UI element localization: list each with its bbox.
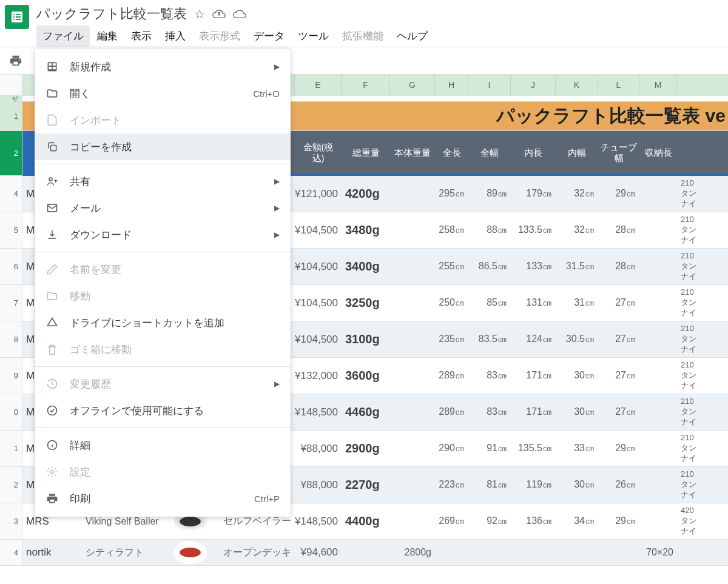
cell-len[interactable]: 250㎝	[435, 285, 468, 321]
th-ilen[interactable]: 内長	[511, 131, 556, 174]
cell-price[interactable]: ¥132,000	[295, 358, 342, 394]
cell-price[interactable]: ¥88,000	[295, 431, 342, 466]
cell-ilen[interactable]: 133㎝	[511, 249, 556, 284]
cell-ilen[interactable]: 119㎝	[511, 467, 556, 503]
cell-deck[interactable]: オープンデッキ	[213, 540, 295, 565]
menu-view[interactable]: 表示	[125, 25, 158, 47]
row-header-6[interactable]: 6	[0, 249, 22, 285]
cell-ilen[interactable]: 131㎝	[511, 285, 556, 321]
cell-notes[interactable]: 210タンナイ	[677, 358, 728, 394]
cell-wid[interactable]: 83㎝	[468, 358, 511, 394]
cell-notes[interactable]: 210タンナイ	[677, 467, 728, 503]
col-header-i[interactable]: I	[468, 75, 511, 95]
cell-weight[interactable]: 4460g	[342, 394, 390, 430]
row-header-2[interactable]: 2	[0, 131, 22, 176]
cell-wid[interactable]: 86.5㎝	[468, 249, 511, 284]
cell-weight[interactable]: 3100g	[342, 321, 390, 357]
row-header-4[interactable]: 4	[0, 176, 22, 212]
cell-weight[interactable]: 2270g	[342, 467, 390, 503]
cell-notes[interactable]	[677, 540, 728, 565]
cell-body[interactable]	[390, 467, 435, 503]
cell-store[interactable]	[639, 249, 677, 284]
cell-body[interactable]	[390, 503, 435, 539]
cell-tube[interactable]: 27㎝	[598, 285, 639, 321]
cell-len[interactable]	[435, 540, 468, 565]
th-body[interactable]: 本体重量	[390, 131, 435, 174]
cell-weight[interactable]: 3600g	[342, 358, 390, 394]
cell-weight[interactable]: 3480g	[342, 212, 390, 248]
cell-iwid[interactable]: 32㎝	[556, 176, 598, 212]
cloud-status-icon[interactable]	[212, 7, 226, 21]
col-header-m[interactable]: M	[639, 75, 677, 95]
cell-len[interactable]: 290㎝	[435, 431, 468, 466]
cell-notes[interactable]: 210タンナイ	[677, 285, 728, 321]
file-menu-add-shortcut[interactable]: ドライブにショートカットを追加	[35, 309, 291, 336]
cell-len[interactable]: 255㎝	[435, 249, 468, 284]
cell-ilen[interactable]: 179㎝	[511, 176, 556, 212]
col-header-h[interactable]: H	[435, 75, 468, 95]
cell-image[interactable]	[167, 540, 213, 565]
menu-file[interactable]: ファイル	[36, 25, 90, 47]
row-header-12[interactable]: 2	[0, 467, 22, 503]
row-header-7[interactable]: 7	[0, 285, 22, 321]
cell-ilen[interactable]: 171㎝	[511, 394, 556, 430]
cell-len[interactable]: 289㎝	[435, 394, 468, 430]
row-header-5[interactable]: 5	[0, 212, 22, 249]
cell-notes[interactable]: 210タンナイ	[677, 321, 728, 357]
file-menu-share[interactable]: 共有 ▶	[35, 168, 291, 195]
cell-store[interactable]	[639, 467, 677, 503]
cell-wid[interactable]: 85㎝	[468, 285, 511, 321]
cell-notes[interactable]: 210タンナイ	[677, 431, 728, 466]
cell-wid[interactable]: 91㎝	[468, 431, 511, 466]
cell-notes[interactable]: 210タンナイ	[677, 176, 728, 212]
cell-wid[interactable]	[468, 540, 511, 565]
cell-body[interactable]: 2800g	[390, 540, 435, 565]
cell-store[interactable]	[639, 321, 677, 357]
cell-weight[interactable]: 4400g	[342, 503, 390, 539]
cell-tube[interactable]: 27㎝	[598, 321, 639, 357]
cell-body[interactable]	[390, 431, 435, 466]
select-all-corner[interactable]	[0, 75, 22, 96]
cell-iwid[interactable]: 30㎝	[556, 394, 598, 430]
cell-iwid[interactable]: 30.5㎝	[556, 321, 598, 357]
cell-wid[interactable]: 83.5㎝	[468, 321, 511, 357]
file-menu-print[interactable]: 印刷 Ctrl+P	[35, 485, 291, 512]
cell-wid[interactable]: 81㎝	[468, 467, 511, 503]
file-menu-make-copy[interactable]: コピーを作成	[35, 133, 291, 160]
cell-price[interactable]: ¥148,500	[295, 503, 342, 539]
menu-help[interactable]: ヘルプ	[391, 25, 434, 47]
cell-store[interactable]	[639, 176, 677, 212]
cell-model[interactable]: シティラフト	[82, 540, 167, 565]
file-menu-new[interactable]: 新規作成 ▶	[35, 53, 291, 80]
th-tube[interactable]: チューブ幅	[598, 131, 639, 174]
file-menu-offline[interactable]: オフラインで使用可能にする	[35, 397, 291, 424]
cell-tube[interactable]	[598, 540, 639, 565]
cell-weight[interactable]	[342, 540, 390, 565]
cell-store[interactable]	[639, 394, 677, 430]
row-header-pre[interactable]: ぜ	[0, 96, 22, 102]
cell-wid[interactable]: 92㎝	[468, 503, 511, 539]
cell-len[interactable]: 289㎝	[435, 358, 468, 394]
cell-len[interactable]: 295㎝	[435, 176, 468, 212]
col-header-f[interactable]: F	[342, 75, 390, 95]
cell-price[interactable]: ¥104,500	[295, 212, 342, 248]
cell-iwid[interactable]: 33㎝	[556, 431, 598, 466]
sheets-logo-icon[interactable]	[5, 5, 29, 29]
document-title[interactable]: パックラフト比較一覧表	[36, 5, 187, 23]
menu-edit[interactable]: 編集	[91, 25, 124, 47]
th-weight[interactable]: 総重量	[342, 131, 390, 174]
cell-iwid[interactable]: 30㎝	[556, 358, 598, 394]
cloud-saved-icon[interactable]	[233, 7, 246, 21]
cell-ilen[interactable]: 171㎝	[511, 358, 556, 394]
cell-store[interactable]	[639, 431, 677, 466]
cell-ilen[interactable]: 124㎝	[511, 321, 556, 357]
row-header-1[interactable]: 1	[0, 102, 22, 131]
menu-data[interactable]: データ	[248, 25, 291, 47]
cell-iwid[interactable]	[556, 540, 598, 565]
cell-body[interactable]	[390, 321, 435, 357]
cell-weight[interactable]: 3250g	[342, 285, 390, 321]
row-header-10[interactable]: 0	[0, 394, 22, 431]
menu-insert[interactable]: 挿入	[159, 25, 192, 47]
cell-wid[interactable]: 83㎝	[468, 394, 511, 430]
cell-body[interactable]	[390, 249, 435, 284]
